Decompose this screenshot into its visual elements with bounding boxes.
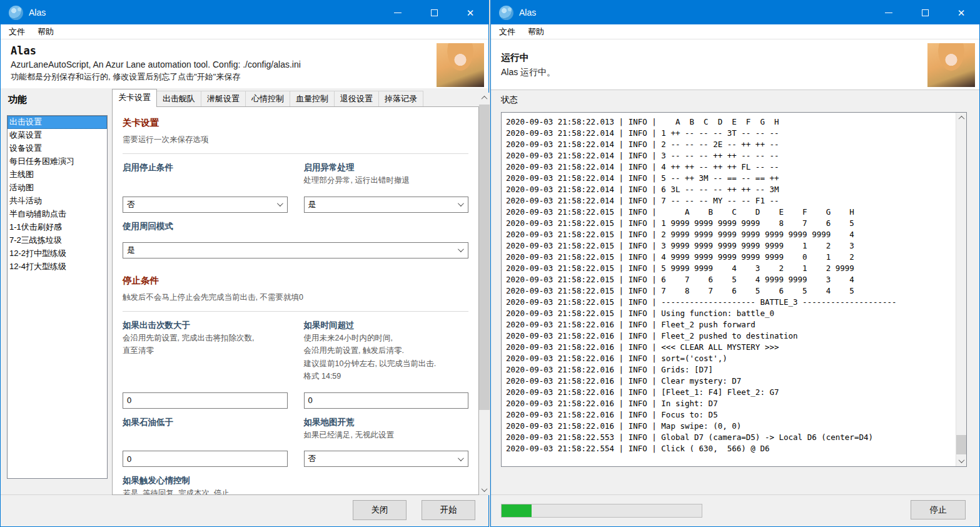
scrollbar-thumb[interactable] — [479, 105, 490, 410]
runner-body: 状态 2020-09-03 21:58:22.013 | INFO | A B … — [491, 90, 979, 526]
sidebar-item[interactable]: 主线图 — [8, 168, 107, 182]
close-icon: ✕ — [957, 8, 966, 18]
form-field: 如果地图开荒如果已经满足, 无视此设置否 — [304, 416, 469, 468]
sidebar-item[interactable]: 12-4打大型练级 — [8, 260, 107, 274]
text-input[interactable]: 0 — [123, 451, 288, 467]
select-value: 否 — [308, 453, 316, 464]
run-status-text: Alas 运行中。 — [501, 67, 979, 78]
select-dropdown[interactable]: 是 — [304, 197, 469, 213]
log-line: 2020-09-03 21:58:22.015 | INFO | 1 9999 … — [506, 218, 956, 229]
sidebar-item[interactable]: 12-2打中型练级 — [8, 247, 107, 260]
form-field: 如果出击次数大于会沿用先前设置, 完成出击将扣除次数,直至清零0 — [123, 319, 288, 409]
text-input[interactable]: 0 — [123, 392, 288, 409]
log-line: 2020-09-03 21:58:22.014 | INFO | 4 ++ ++… — [506, 161, 956, 173]
menu-item[interactable]: 帮助 — [522, 24, 550, 39]
tab-6[interactable]: 掉落记录 — [378, 91, 423, 107]
log-line: 2020-09-03 21:58:22.015 | INFO | 4 9999 … — [506, 252, 956, 263]
field-label: 使用周回模式 — [123, 220, 468, 233]
close-button[interactable]: ✕ — [943, 1, 979, 24]
log-scrollbar[interactable] — [956, 113, 966, 466]
chevron-down-icon — [276, 200, 283, 207]
sidebar-item[interactable]: 每日任务困难演习 — [8, 155, 107, 168]
scroll-down-icon[interactable] — [956, 456, 967, 466]
menu-item[interactable]: 文件 — [3, 24, 31, 39]
form-field: 如果时间超过使用未来24小时内的时间,会沿用先前设置, 触发后清零.建议提前10… — [304, 319, 469, 409]
titlebar[interactable]: Alas ✕ — [491, 1, 979, 24]
sidebar-heading: 功能 — [8, 94, 27, 106]
sidebar-item[interactable]: 1-1伏击刷好感 — [8, 221, 107, 234]
minimize-button[interactable] — [380, 1, 416, 24]
spacer — [123, 174, 288, 197]
tab-2[interactable]: 潜艇设置 — [201, 91, 246, 107]
log-line: 2020-09-03 21:58:22.015 | INFO | 6 7 6 5… — [506, 274, 956, 285]
settings-panel: 关卡设置需要运行一次来保存选项启用停止条件否启用异常处理处理部分异常, 运行出错… — [112, 106, 479, 495]
scroll-up-icon[interactable] — [956, 113, 967, 123]
spacer — [123, 357, 288, 392]
window-config: Alas ✕ 文件帮助 Alas AzurLaneAutoScript, An … — [0, 0, 489, 527]
select-dropdown[interactable]: 否 — [123, 197, 288, 213]
field-help: 如果已经满足, 无视此设置 — [304, 429, 469, 442]
tab-1[interactable]: 出击舰队 — [156, 91, 201, 107]
sidebar-item[interactable]: 共斗活动 — [8, 195, 107, 208]
field-label: 如果时间超过 — [304, 319, 469, 332]
tab-0[interactable]: 关卡设置 — [112, 89, 157, 107]
titlebar[interactable]: Alas ✕ — [1, 1, 488, 24]
select-value: 是 — [127, 245, 135, 256]
tab-5[interactable]: 退役设置 — [334, 91, 379, 107]
close-button[interactable]: ✕ — [452, 1, 488, 24]
chevron-down-icon — [458, 455, 464, 461]
scroll-up-icon[interactable] — [479, 93, 490, 103]
log-line: 2020-09-03 21:58:22.016 | INFO | Fleet_2… — [506, 319, 956, 330]
log-line: 2020-09-03 21:58:22.016 | INFO | Map swi… — [506, 421, 956, 432]
form-field: 启用停止条件否 — [123, 161, 288, 213]
field-help: 会沿用先前设置, 触发后清零. — [304, 344, 469, 357]
config-body: 功能 出击设置收菜设置设备设置每日任务困难演习主线图活动图共斗活动半自动辅助点击… — [1, 88, 488, 526]
function-list[interactable]: 出击设置收菜设置设备设置每日任务困难演习主线图活动图共斗活动半自动辅助点击1-1… — [7, 115, 108, 479]
window-header: 运行中 Alas 运行中。 — [491, 39, 979, 90]
app-name: Alas — [11, 44, 488, 57]
log-line: 2020-09-03 21:58:22.015 | INFO | 2 9999 … — [506, 229, 956, 240]
menu-item[interactable]: 文件 — [493, 24, 522, 39]
app-hint: 功能都是分别保存和运行的, 修改设置后别忘了点击"开始"来保存 — [11, 71, 488, 83]
maximize-icon — [431, 9, 438, 16]
settings-scrollbar[interactable] — [479, 93, 490, 495]
maximize-icon — [922, 9, 929, 16]
sidebar-item[interactable]: 半自动辅助点击 — [8, 208, 107, 221]
spacer — [123, 233, 468, 242]
log-line: 2020-09-03 21:58:22.016 | INFO | sort=('… — [506, 353, 956, 364]
log-line: 2020-09-03 21:58:22.015 | INFO | 3 9999 … — [506, 240, 956, 252]
select-dropdown[interactable]: 是 — [123, 242, 468, 258]
footer-bar: 停止 — [491, 494, 979, 526]
form-row: 如果出击次数大于会沿用先前设置, 完成出击将扣除次数,直至清零0如果时间超过使用… — [123, 319, 468, 409]
sidebar-item[interactable]: 出击设置 — [8, 116, 107, 129]
log-line: 2020-09-03 21:58:22.554 | INFO | Click (… — [506, 443, 956, 454]
minimize-icon — [394, 13, 402, 13]
scrollbar-thumb[interactable] — [956, 435, 967, 454]
scroll-down-icon[interactable] — [479, 484, 490, 495]
log-text[interactable]: 2020-09-03 21:58:22.013 | INFO | A B C D… — [502, 113, 956, 466]
maximize-button[interactable] — [416, 1, 452, 24]
start-button[interactable]: 开始 — [422, 500, 475, 520]
stop-button[interactable]: 停止 — [911, 500, 966, 519]
menu-item[interactable]: 帮助 — [31, 24, 60, 39]
divider — [123, 311, 468, 312]
text-input[interactable]: 0 — [304, 392, 469, 409]
sidebar-item[interactable]: 活动图 — [8, 182, 107, 195]
form-field: 如果触发心情控制若是, 等待回复, 完成本次, 停止 — [123, 474, 468, 495]
tab-3[interactable]: 心情控制 — [245, 91, 290, 107]
close-config-button[interactable]: 关闭 — [353, 500, 407, 520]
sidebar-item[interactable]: 7-2三战拣垃圾 — [8, 234, 107, 247]
log-line: 2020-09-03 21:58:22.016 | INFO | [Fleet_… — [506, 387, 956, 398]
select-dropdown[interactable]: 否 — [304, 451, 469, 467]
app-description: AzurLaneAutoScript, An Azur Lane automat… — [11, 59, 488, 69]
sidebar-item[interactable]: 收菜设置 — [8, 129, 107, 142]
progress-fill — [502, 504, 532, 517]
close-icon: ✕ — [467, 8, 475, 18]
spacer — [304, 383, 469, 392]
minimize-button[interactable] — [871, 1, 907, 24]
log-line: 2020-09-03 21:58:22.016 | INFO | Focus t… — [506, 409, 956, 421]
maximize-button[interactable] — [907, 1, 943, 24]
tab-4[interactable]: 血量控制 — [290, 91, 335, 107]
sidebar-item[interactable]: 设备设置 — [8, 142, 107, 155]
field-label: 如果出击次数大于 — [123, 319, 288, 332]
